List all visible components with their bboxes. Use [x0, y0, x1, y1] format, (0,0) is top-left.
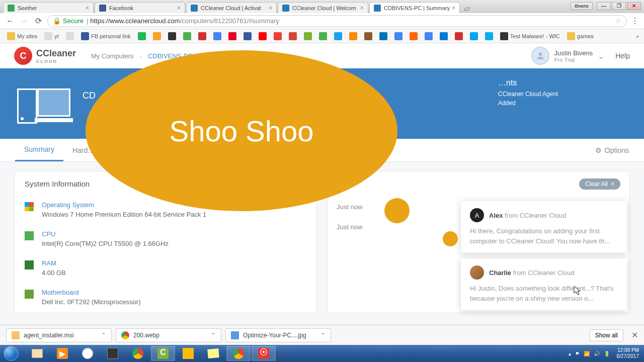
taskbar-camtasia-icon[interactable]: C	[151, 346, 175, 361]
taskbar-clock-icon[interactable]	[75, 346, 100, 361]
taskbar-notes-icon[interactable]	[201, 346, 225, 361]
chat-notification[interactable]: A Alex from CCleaner Cloud Hi there, Con…	[461, 201, 627, 253]
forward-button[interactable]: →	[19, 16, 29, 26]
bookmark-item[interactable]	[257, 31, 269, 41]
browser-tab-active[interactable]: CDBIVENS-PC | Summary ×	[369, 2, 460, 13]
taskbar-clock[interactable]: 12:08 PM 6/27/2017	[617, 347, 639, 359]
bookmark-item[interactable]	[453, 31, 465, 41]
system-tray[interactable]: ▴ ⚑ 📶 🔊 🔋 12:08 PM 6/27/2017	[569, 347, 639, 359]
bookmark-item[interactable]	[347, 31, 359, 41]
help-link[interactable]: Help	[615, 52, 630, 60]
bookmark-item[interactable]	[332, 31, 344, 41]
chat-notification[interactable]: Charlie from CCleaner Cloud Hi Justin, D…	[461, 258, 627, 310]
tray-battery-icon[interactable]: 🔋	[604, 351, 610, 356]
bookmark-item[interactable]	[64, 31, 76, 41]
logo-icon: C	[14, 47, 32, 65]
bookmark-item[interactable]	[166, 31, 178, 41]
user-menu[interactable]: Justin Bivens Pro Trial ⌄ Help	[531, 47, 630, 65]
bookmark-item[interactable]	[181, 31, 193, 41]
bookmark-item[interactable]	[211, 31, 223, 41]
minimize-button[interactable]: —	[597, 2, 611, 10]
url-field[interactable]: 🔒 Secure | https://www.ccleanercloud.com…	[47, 15, 627, 27]
browser-tab[interactable]: CCleaner Cloud | Activat ×	[186, 2, 277, 13]
close-downloads-bar[interactable]: ✕	[631, 330, 638, 340]
taskbar-app-icon[interactable]	[101, 346, 125, 361]
maximize-button[interactable]: ❐	[612, 2, 626, 10]
bookmark-favicon-icon	[213, 32, 221, 40]
tray-flag-icon[interactable]: ⚑	[575, 351, 580, 356]
sender-name: Alex	[489, 212, 503, 219]
bookmark-item[interactable]	[392, 31, 405, 41]
close-window-button[interactable]: ✕	[627, 2, 641, 10]
os-value: Windows 7 Home Premium Edition 64-bit Se…	[42, 211, 206, 218]
taskbar-recorder-icon[interactable]: ⦿	[252, 346, 276, 361]
chevron-up-icon[interactable]: ⌃	[101, 332, 106, 339]
new-tab-button[interactable]: ▱	[461, 4, 473, 13]
chrome-user-badge[interactable]: Bivens	[571, 2, 593, 10]
taskbar-app-icon[interactable]	[176, 346, 200, 361]
bookmark-item[interactable]: games	[565, 31, 596, 41]
close-icon[interactable]: ×	[86, 5, 89, 12]
bookmark-item[interactable]: yt	[42, 31, 61, 41]
close-icon[interactable]: ×	[177, 5, 181, 12]
tab-summary[interactable]: Summary	[15, 139, 63, 161]
logo[interactable]: C CCleaner CLOUD	[14, 47, 76, 65]
taskbar-explorer-icon[interactable]	[25, 346, 49, 361]
chevron-up-icon[interactable]: ⌃	[211, 332, 216, 339]
browser-tab[interactable]: CCleaner Cloud | Welcom ×	[278, 2, 368, 13]
bookmark-item[interactable]: My sites	[5, 31, 39, 41]
bookmark-item[interactable]	[136, 31, 148, 41]
bookmark-item[interactable]	[242, 31, 254, 41]
avatar-icon	[470, 265, 484, 280]
bookmark-star-icon[interactable]: ☆	[615, 17, 621, 25]
download-item[interactable]: Optimize-Your-PC....jpg ⌃	[225, 328, 331, 342]
tray-network-icon[interactable]: 📶	[584, 351, 590, 356]
bookmark-item[interactable]	[423, 31, 435, 41]
back-button[interactable]: ←	[5, 16, 15, 26]
bookmark-favicon-icon	[168, 32, 176, 40]
mb-label: Motherboard	[42, 289, 141, 296]
browser-menu-button[interactable]: ⋮	[631, 16, 639, 26]
bookmark-item[interactable]	[226, 31, 238, 41]
bookmark-item[interactable]	[483, 31, 495, 41]
tray-chevron-icon[interactable]: ▴	[569, 351, 571, 356]
bookmarks-overflow-button[interactable]: »	[636, 33, 639, 39]
bookmark-item[interactable]	[408, 31, 420, 41]
bookmark-item[interactable]	[196, 31, 208, 41]
options-button[interactable]: ⚙Options	[595, 146, 629, 154]
taskbar-chrome-active-icon[interactable]	[226, 346, 251, 361]
show-all-downloads-button[interactable]: Show all	[590, 329, 623, 341]
windows-icon	[25, 202, 34, 211]
reload-button[interactable]: ⟳	[33, 16, 43, 26]
taskbar-chrome-icon[interactable]	[126, 346, 150, 361]
bookmark-item[interactable]	[438, 31, 450, 41]
bookmark-favicon-icon	[183, 32, 191, 40]
bookmark-favicon-icon	[66, 32, 74, 40]
bookmark-item[interactable]	[317, 31, 329, 41]
bookmark-item[interactable]: Test Malware! - WIC	[498, 31, 562, 41]
bookmark-item[interactable]	[377, 31, 389, 41]
start-button[interactable]	[0, 345, 22, 362]
download-item[interactable]: agent_installer.msi ⌃	[6, 328, 112, 342]
tray-volume-icon[interactable]: 🔊	[594, 351, 600, 356]
bookmark-item[interactable]	[362, 31, 374, 41]
cursor-icon	[574, 286, 582, 298]
breadcrumb-root[interactable]: My Computers	[91, 52, 134, 60]
bookmark-item[interactable]	[302, 31, 314, 41]
download-item[interactable]: 200.webp ⌃	[116, 328, 221, 342]
lock-icon: 🔒 Secure	[53, 17, 84, 25]
bookmark-item[interactable]	[468, 31, 480, 41]
browser-tab[interactable]: Seether ×	[3, 2, 94, 13]
chevron-up-icon[interactable]: ⌃	[320, 332, 326, 339]
taskbar-media-icon[interactable]: ▶	[50, 346, 74, 361]
browser-tab[interactable]: Facebook ×	[95, 2, 185, 13]
bookmark-item[interactable]	[272, 31, 284, 41]
close-icon[interactable]: ×	[269, 5, 272, 12]
close-icon[interactable]: ×	[360, 5, 364, 12]
clear-all-button[interactable]: Clear All×	[579, 178, 620, 190]
bookmark-item[interactable]: FB personal link	[79, 31, 133, 41]
sysinfo-row: MotherboardDell Inc. 0FT292 (Microproces…	[15, 284, 316, 313]
close-icon[interactable]: ×	[452, 5, 455, 12]
bookmark-item[interactable]	[287, 31, 299, 41]
bookmark-item[interactable]	[151, 31, 163, 41]
